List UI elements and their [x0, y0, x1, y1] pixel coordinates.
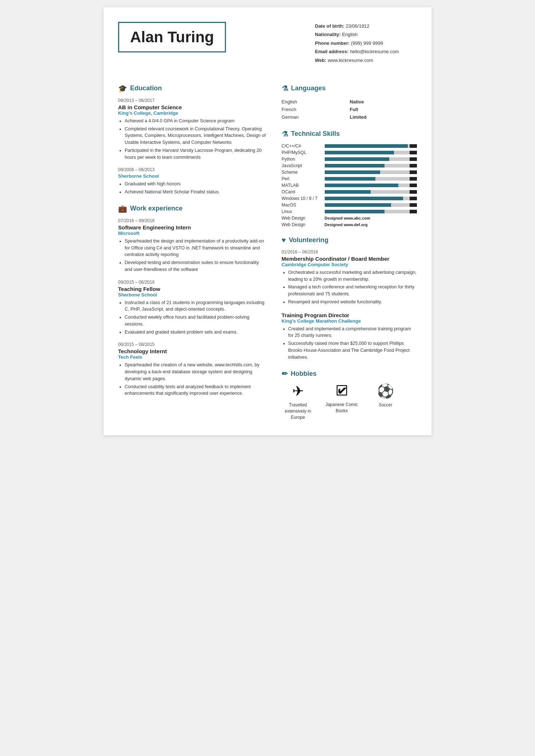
hobby-icon-0: ✈ [292, 383, 304, 399]
skills-title-text: Technical Skills [291, 130, 340, 138]
skill-row-6: MATLAB [282, 183, 417, 188]
work-bullet-0-1: Developed testing and demonstration suit… [125, 259, 267, 273]
work-org-2: Tech Feels [118, 354, 267, 360]
hobby-label-2: Soccer [379, 402, 392, 408]
edu-date-0: 09/2013 – 06/2017 [118, 98, 267, 103]
skill-text-12: Designed www.def.org [325, 223, 368, 227]
skill-bar-bg-4 [325, 170, 417, 174]
lang-row-0: EnglishNative [282, 98, 417, 106]
edu-bullet-1-1: Achieved National Merit Scholar Finalist… [125, 189, 267, 196]
skill-bar-fill-9 [325, 203, 391, 207]
volunteering-title-text: Volunteering [289, 236, 328, 244]
skill-bar-bg-10 [325, 210, 417, 213]
skill-name-11: Web Design [282, 216, 322, 221]
work-icon: 💼 [118, 204, 127, 213]
education-entry-0: 09/2013 – 06/2017 AB in Computer Science… [118, 98, 267, 161]
work-date-0: 07/2016 – 09/2016 [118, 218, 267, 223]
vol-entry-1: Training Program Director King's College… [282, 312, 417, 361]
volunteering-section-title: ♥ Volunteering [282, 236, 417, 244]
dob-value: 23/06/1912 [346, 23, 370, 29]
vol-bullet-0-1: Managed a tech conference and networking… [288, 284, 417, 298]
work-entry-2: 06/2015 – 08/2015 Technology Internt Tec… [118, 342, 267, 397]
phone-row: Phone number: (999) 999 9999 [315, 39, 417, 47]
candidate-name: Alan Turing [130, 28, 214, 46]
skill-name-12: Web Design [282, 222, 322, 227]
edu-bullets-1: Graduated with high honors Achieved Nati… [118, 181, 267, 196]
skill-bar-bg-5 [325, 177, 417, 181]
phone-value: (999) 999 9999 [351, 40, 383, 46]
work-title-0: Software Engineering Intern [118, 224, 267, 231]
lang-row-2: GermanLimited [282, 113, 417, 121]
email-row: Email address: hello@kickresume.com [315, 47, 417, 56]
skill-name-10: Linux [282, 209, 322, 214]
skill-bar-fill-2 [325, 157, 389, 161]
hobby-item-1: 🗹Japanese Comic Books [325, 383, 358, 414]
header: Alan Turing Date of birth: 23/06/1912 Na… [118, 22, 417, 64]
vol-bullets-1: Created and implemented a comprehensive … [282, 326, 417, 361]
skill-row-1: PHP/MySQL [282, 150, 417, 155]
hobby-icon-1: 🗹 [335, 383, 349, 399]
edu-bullets-0: Achieved a 4.0/4.0 GPA in Computer Scien… [118, 118, 267, 161]
work-bullets-0: Spearheaded the design and implementatio… [118, 238, 267, 273]
skill-bar-fill-3 [325, 164, 385, 168]
lang-row-1: FrenchFull [282, 106, 417, 113]
hobby-label-1: Japanese Comic Books [325, 402, 358, 414]
skill-bar-dark-5 [410, 177, 417, 181]
skill-bar-bg-1 [325, 151, 417, 154]
skill-bar-bg-8 [325, 197, 417, 200]
vol-title-0: Membership Coordinator / Board Member [282, 256, 417, 262]
skill-row-4: Scheme [282, 170, 417, 175]
work-org-0: Microsoft [118, 231, 267, 236]
web-value: www.kickresume.com [328, 58, 373, 63]
skill-bar-dark-10 [410, 210, 417, 213]
nationality-row: Nationality: English [315, 30, 417, 39]
skill-row-12: Web DesignDesigned www.def.org [282, 222, 417, 227]
skill-name-3: JavaScript [282, 163, 322, 168]
nationality-value: English [342, 32, 358, 37]
skill-name-4: Scheme [282, 170, 322, 175]
vol-date-0: 01/2016 – 06/2016 [282, 249, 417, 255]
lang-level-2: Limited [350, 113, 417, 121]
volunteering-icon: ♥ [282, 236, 286, 244]
languages-title-text: Languages [291, 84, 326, 92]
skill-name-7: OCaml [282, 189, 322, 194]
skill-bar-bg-9 [325, 203, 417, 207]
work-bullet-1-0: Instructed a class of 21 students in pro… [125, 299, 267, 313]
skill-bar-fill-10 [325, 210, 385, 213]
lang-name-2: German [282, 113, 350, 121]
skill-bar-fill-0 [325, 144, 408, 148]
skill-bar-dark-4 [410, 170, 417, 174]
hobby-item-2: ⚽Soccer [369, 383, 402, 408]
skill-row-7: OCaml [282, 189, 417, 194]
work-title-text: Work experience [130, 205, 183, 212]
skill-name-9: MacOS [282, 202, 322, 208]
languages-icon: ⚗ [282, 84, 288, 93]
work-title-1: Teaching Fellow [118, 286, 267, 292]
work-bullet-2-0: Spearheaded the creation of a new websit… [125, 362, 267, 382]
skill-bar-fill-6 [325, 184, 399, 187]
edu-bullet-0-2: Participated in the Harvard Varsity Lacr… [125, 147, 267, 161]
work-bullet-2-1: Conducted usability tests and analyzed f… [125, 383, 267, 397]
edu-bullet-1-0: Graduated with high honors [125, 181, 267, 188]
skill-name-1: PHP/MySQL [282, 150, 322, 155]
languages-section-title: ⚗ Languages [282, 84, 417, 93]
name-box: Alan Turing [118, 22, 226, 52]
edu-title-0: AB in Computer Science [118, 104, 267, 110]
skill-row-10: Linux [282, 209, 417, 214]
vol-bullet-0-2: Revamped and improved website functional… [288, 299, 417, 306]
resume-container: Alan Turing Date of birth: 23/06/1912 Na… [104, 7, 431, 435]
skill-bar-bg-6 [325, 184, 417, 187]
languages-table: EnglishNativeFrenchFullGermanLimited [282, 98, 417, 121]
skills-section-title: ⚗ Technical Skills [282, 130, 417, 138]
vol-bullet-1-1: Successfully raised more than $25,000 to… [288, 340, 417, 361]
left-column: 🎓 Education 09/2013 – 06/2017 AB in Comp… [118, 75, 267, 421]
skill-bar-dark-9 [410, 203, 417, 207]
skill-row-5: Perl [282, 176, 417, 181]
skill-bar-bg-0 [325, 144, 417, 148]
skill-bar-dark-6 [410, 184, 417, 187]
skill-bar-bg-3 [325, 164, 417, 168]
vol-bullet-0-0: Orchestrated a successful marketing and … [288, 269, 417, 283]
skill-row-2: Python [282, 157, 417, 162]
edu-bullet-0-1: Completed relevant coursework in Computa… [125, 126, 267, 146]
skill-bar-dark-0 [410, 144, 417, 148]
